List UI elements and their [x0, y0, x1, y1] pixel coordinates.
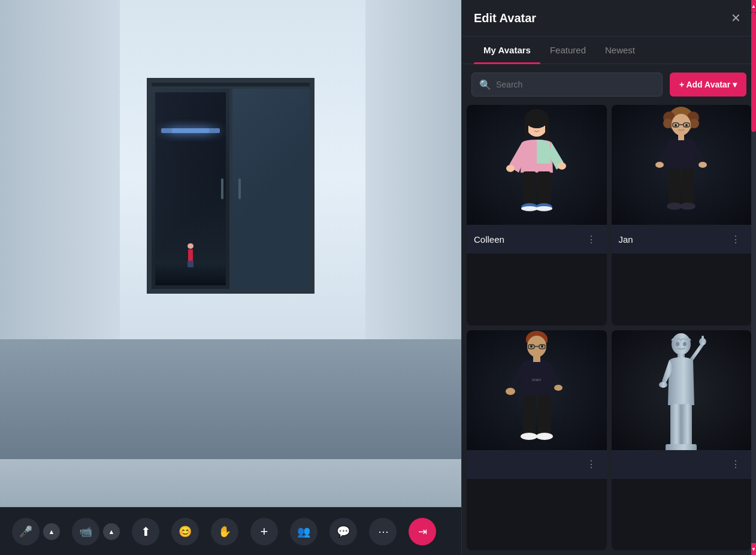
- camera-button[interactable]: 📹: [72, 518, 99, 545]
- avatar-footer-male: ⋮: [467, 450, 607, 479]
- svg-point-27: [698, 162, 707, 168]
- svg-point-7: [558, 162, 566, 170]
- tab-featured[interactable]: Featured: [540, 37, 595, 64]
- avatar-image-male: STAFF: [467, 330, 607, 450]
- hallway-avatar-legs: [188, 261, 193, 267]
- three-dots-icon-male: ⋮: [586, 459, 596, 470]
- jan-svg: [645, 107, 717, 224]
- svg-point-54: [659, 382, 667, 388]
- avatar-footer-statue: ⋮: [612, 450, 752, 479]
- svg-rect-2: [525, 119, 528, 143]
- svg-rect-3: [545, 119, 549, 141]
- emoji-button[interactable]: 😊: [171, 518, 199, 545]
- svg-rect-40: [533, 356, 540, 362]
- more-actions-button[interactable]: +: [250, 518, 278, 545]
- share-screen-button[interactable]: ⬆: [132, 518, 159, 545]
- options-button[interactable]: ⋯: [369, 518, 397, 545]
- raise-hand-button[interactable]: ✋: [211, 518, 238, 545]
- camera-options-button[interactable]: ▲: [103, 523, 120, 540]
- svg-rect-57: [666, 444, 697, 450]
- svg-rect-53: [701, 336, 704, 343]
- toolbar: 🎤 ▲ 📹 ▲ ⬆ 😊: [0, 507, 461, 555]
- avatar-card-statue[interactable]: ⋮: [612, 330, 752, 551]
- svg-point-13: [536, 206, 552, 211]
- three-dots-icon-colleen: ⋮: [586, 234, 596, 245]
- svg-rect-44: [538, 395, 551, 434]
- avatar-card-jan[interactable]: Jan ⋮: [612, 105, 752, 325]
- svg-point-6: [506, 165, 515, 172]
- colleen-svg: [498, 107, 576, 224]
- add-avatar-button[interactable]: + Add Avatar ▾: [670, 73, 746, 96]
- svg-point-31: [680, 203, 695, 210]
- wall-right: [365, 0, 461, 381]
- emoji-icon: 😊: [179, 525, 192, 538]
- panel-title: Edit Avatar: [474, 11, 536, 25]
- svg-point-38: [530, 345, 533, 348]
- search-box: 🔍: [471, 73, 663, 96]
- close-button[interactable]: ✕: [727, 10, 744, 26]
- svg-point-49: [676, 342, 679, 346]
- exit-icon: ⇥: [418, 525, 427, 538]
- svg-rect-9: [537, 171, 551, 204]
- svg-point-48: [672, 333, 691, 355]
- plus-icon: +: [261, 524, 268, 539]
- tab-bar: My Avatars Featured Newest: [462, 37, 756, 64]
- edit-avatar-panel: Edit Avatar ✕ My Avatars Featured Newest…: [461, 0, 756, 555]
- svg-text:STAFF: STAFF: [532, 378, 541, 382]
- avatar-footer-colleen: Colleen ⋮: [467, 225, 607, 254]
- wall-left: [0, 0, 120, 381]
- ellipsis-icon: ⋯: [378, 525, 388, 538]
- avatar-grid: Colleen ⋮: [462, 105, 756, 555]
- chevron-up-icon: ▲: [49, 528, 55, 535]
- svg-point-4: [533, 125, 535, 128]
- svg-rect-8: [523, 171, 536, 204]
- mic-options-button[interactable]: ▲: [43, 523, 60, 540]
- tab-newest[interactable]: Newest: [595, 37, 645, 64]
- avatar-menu-male[interactable]: ⋮: [583, 456, 600, 473]
- scrollbar-track: ▲ ▼: [751, 0, 756, 555]
- leave-button[interactable]: ⇥: [409, 518, 436, 545]
- panel-header: Edit Avatar ✕: [462, 0, 756, 37]
- svg-point-39: [541, 345, 543, 348]
- avatar-name-jan: Jan: [619, 234, 633, 245]
- svg-point-42: [554, 385, 563, 391]
- chat-icon: 💬: [337, 525, 350, 538]
- search-add-row: 🔍 + Add Avatar ▾: [462, 64, 756, 105]
- share-icon: ⬆: [141, 524, 151, 539]
- avatar-menu-statue[interactable]: ⋮: [727, 456, 744, 473]
- door-handle-right: [238, 179, 241, 200]
- avatar-card-colleen[interactable]: Colleen ⋮: [467, 105, 607, 325]
- close-icon: ✕: [731, 11, 741, 25]
- mic-button[interactable]: 🎤: [12, 518, 40, 545]
- svg-point-41: [506, 388, 515, 395]
- camera-icon: 📹: [79, 525, 92, 538]
- hallway-light-right: [172, 128, 220, 133]
- participants-button[interactable]: 👥: [290, 518, 317, 545]
- svg-point-18: [690, 119, 699, 128]
- svg-rect-56: [681, 404, 692, 446]
- svg-point-23: [675, 124, 677, 126]
- door-container: [147, 78, 315, 294]
- svg-rect-25: [678, 134, 684, 140]
- svg-point-24: [685, 124, 688, 126]
- add-avatar-label: + Add Avatar ▾: [679, 80, 737, 89]
- avatar-footer-jan: Jan ⋮: [612, 225, 752, 254]
- scrollbar-thumb[interactable]: [751, 12, 756, 132]
- avatar-name-colleen: Colleen: [474, 234, 504, 245]
- tab-my-avatars[interactable]: My Avatars: [474, 37, 540, 64]
- avatar-image-statue: [612, 330, 752, 450]
- avatar-menu-colleen[interactable]: ⋮: [583, 231, 600, 248]
- statue-svg: [651, 330, 711, 450]
- scrollbar-arrow-down[interactable]: ▼: [751, 543, 756, 555]
- scrollbar-arrow-up[interactable]: ▲: [751, 0, 756, 12]
- svg-point-50: [683, 342, 687, 346]
- search-input[interactable]: [496, 80, 655, 89]
- avatar-card-male[interactable]: STAFF ⋮: [467, 330, 607, 551]
- three-dots-icon-jan: ⋮: [731, 234, 740, 245]
- avatar-menu-jan[interactable]: ⋮: [727, 231, 744, 248]
- hallway-avatar: [186, 243, 195, 267]
- three-dots-icon-statue: ⋮: [731, 459, 740, 470]
- hallway-avatar-head: [188, 243, 193, 249]
- avatar-image-colleen: [467, 105, 607, 225]
- chat-button[interactable]: 💬: [329, 518, 357, 545]
